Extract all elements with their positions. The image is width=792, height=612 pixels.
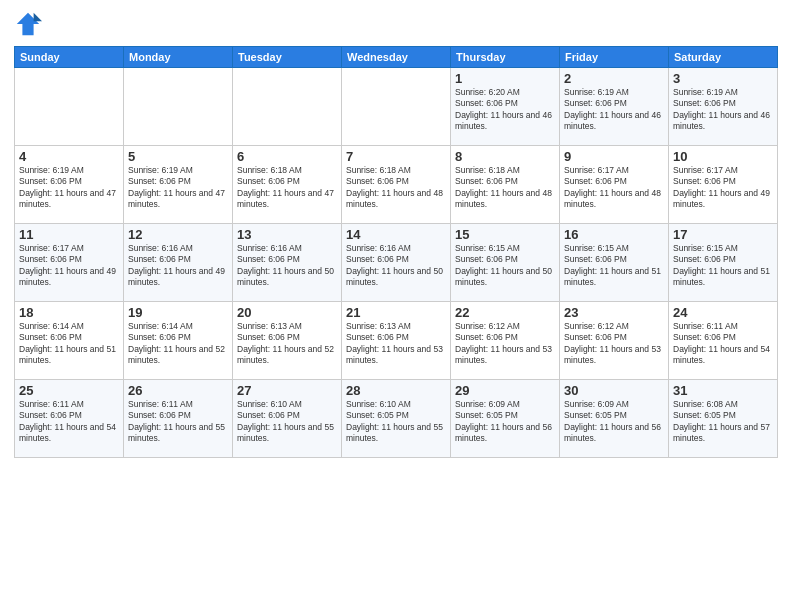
day-info: Sunrise: 6:10 AM Sunset: 6:06 PM Dayligh… [237, 399, 337, 445]
calendar-cell: 26Sunrise: 6:11 AM Sunset: 6:06 PM Dayli… [124, 380, 233, 458]
calendar-cell: 13Sunrise: 6:16 AM Sunset: 6:06 PM Dayli… [233, 224, 342, 302]
day-number: 16 [564, 227, 664, 242]
day-number: 31 [673, 383, 773, 398]
day-info: Sunrise: 6:11 AM Sunset: 6:06 PM Dayligh… [673, 321, 773, 367]
calendar-cell: 2Sunrise: 6:19 AM Sunset: 6:06 PM Daylig… [560, 68, 669, 146]
day-info: Sunrise: 6:09 AM Sunset: 6:05 PM Dayligh… [564, 399, 664, 445]
calendar-cell [124, 68, 233, 146]
calendar-cell: 18Sunrise: 6:14 AM Sunset: 6:06 PM Dayli… [15, 302, 124, 380]
day-number: 1 [455, 71, 555, 86]
day-info: Sunrise: 6:15 AM Sunset: 6:06 PM Dayligh… [673, 243, 773, 289]
day-number: 28 [346, 383, 446, 398]
calendar-cell: 8Sunrise: 6:18 AM Sunset: 6:06 PM Daylig… [451, 146, 560, 224]
weekday-header-sunday: Sunday [15, 47, 124, 68]
calendar-cell: 31Sunrise: 6:08 AM Sunset: 6:05 PM Dayli… [669, 380, 778, 458]
day-info: Sunrise: 6:11 AM Sunset: 6:06 PM Dayligh… [19, 399, 119, 445]
weekday-header-tuesday: Tuesday [233, 47, 342, 68]
calendar-cell: 23Sunrise: 6:12 AM Sunset: 6:06 PM Dayli… [560, 302, 669, 380]
calendar-table: SundayMondayTuesdayWednesdayThursdayFrid… [14, 46, 778, 458]
day-number: 8 [455, 149, 555, 164]
day-number: 27 [237, 383, 337, 398]
calendar-cell: 30Sunrise: 6:09 AM Sunset: 6:05 PM Dayli… [560, 380, 669, 458]
calendar-cell: 16Sunrise: 6:15 AM Sunset: 6:06 PM Dayli… [560, 224, 669, 302]
calendar-cell: 4Sunrise: 6:19 AM Sunset: 6:06 PM Daylig… [15, 146, 124, 224]
calendar-week-5: 25Sunrise: 6:11 AM Sunset: 6:06 PM Dayli… [15, 380, 778, 458]
day-number: 6 [237, 149, 337, 164]
day-info: Sunrise: 6:16 AM Sunset: 6:06 PM Dayligh… [128, 243, 228, 289]
day-info: Sunrise: 6:13 AM Sunset: 6:06 PM Dayligh… [237, 321, 337, 367]
weekday-row: SundayMondayTuesdayWednesdayThursdayFrid… [15, 47, 778, 68]
page-header [14, 10, 778, 38]
calendar-week-2: 4Sunrise: 6:19 AM Sunset: 6:06 PM Daylig… [15, 146, 778, 224]
calendar-cell: 24Sunrise: 6:11 AM Sunset: 6:06 PM Dayli… [669, 302, 778, 380]
logo [14, 10, 46, 38]
calendar-cell: 9Sunrise: 6:17 AM Sunset: 6:06 PM Daylig… [560, 146, 669, 224]
weekday-header-monday: Monday [124, 47, 233, 68]
weekday-header-wednesday: Wednesday [342, 47, 451, 68]
calendar-cell: 6Sunrise: 6:18 AM Sunset: 6:06 PM Daylig… [233, 146, 342, 224]
calendar-week-1: 1Sunrise: 6:20 AM Sunset: 6:06 PM Daylig… [15, 68, 778, 146]
day-number: 25 [19, 383, 119, 398]
day-info: Sunrise: 6:09 AM Sunset: 6:05 PM Dayligh… [455, 399, 555, 445]
calendar-cell: 25Sunrise: 6:11 AM Sunset: 6:06 PM Dayli… [15, 380, 124, 458]
day-number: 13 [237, 227, 337, 242]
day-number: 3 [673, 71, 773, 86]
day-number: 15 [455, 227, 555, 242]
day-number: 18 [19, 305, 119, 320]
calendar-cell: 12Sunrise: 6:16 AM Sunset: 6:06 PM Dayli… [124, 224, 233, 302]
weekday-header-friday: Friday [560, 47, 669, 68]
weekday-header-thursday: Thursday [451, 47, 560, 68]
day-info: Sunrise: 6:18 AM Sunset: 6:06 PM Dayligh… [346, 165, 446, 211]
calendar-cell: 19Sunrise: 6:14 AM Sunset: 6:06 PM Dayli… [124, 302, 233, 380]
day-info: Sunrise: 6:19 AM Sunset: 6:06 PM Dayligh… [673, 87, 773, 133]
day-info: Sunrise: 6:17 AM Sunset: 6:06 PM Dayligh… [673, 165, 773, 211]
calendar-week-3: 11Sunrise: 6:17 AM Sunset: 6:06 PM Dayli… [15, 224, 778, 302]
day-info: Sunrise: 6:10 AM Sunset: 6:05 PM Dayligh… [346, 399, 446, 445]
calendar-cell: 15Sunrise: 6:15 AM Sunset: 6:06 PM Dayli… [451, 224, 560, 302]
calendar-week-4: 18Sunrise: 6:14 AM Sunset: 6:06 PM Dayli… [15, 302, 778, 380]
day-info: Sunrise: 6:17 AM Sunset: 6:06 PM Dayligh… [19, 243, 119, 289]
day-info: Sunrise: 6:14 AM Sunset: 6:06 PM Dayligh… [19, 321, 119, 367]
calendar-cell [342, 68, 451, 146]
page-container: SundayMondayTuesdayWednesdayThursdayFrid… [0, 0, 792, 466]
day-info: Sunrise: 6:08 AM Sunset: 6:05 PM Dayligh… [673, 399, 773, 445]
calendar-cell: 20Sunrise: 6:13 AM Sunset: 6:06 PM Dayli… [233, 302, 342, 380]
day-number: 4 [19, 149, 119, 164]
calendar-cell: 7Sunrise: 6:18 AM Sunset: 6:06 PM Daylig… [342, 146, 451, 224]
day-info: Sunrise: 6:13 AM Sunset: 6:06 PM Dayligh… [346, 321, 446, 367]
day-number: 20 [237, 305, 337, 320]
calendar-cell: 3Sunrise: 6:19 AM Sunset: 6:06 PM Daylig… [669, 68, 778, 146]
day-number: 2 [564, 71, 664, 86]
day-number: 11 [19, 227, 119, 242]
calendar-body: 1Sunrise: 6:20 AM Sunset: 6:06 PM Daylig… [15, 68, 778, 458]
day-number: 30 [564, 383, 664, 398]
day-number: 7 [346, 149, 446, 164]
day-info: Sunrise: 6:15 AM Sunset: 6:06 PM Dayligh… [455, 243, 555, 289]
day-number: 24 [673, 305, 773, 320]
day-info: Sunrise: 6:16 AM Sunset: 6:06 PM Dayligh… [346, 243, 446, 289]
logo-icon [14, 10, 42, 38]
day-info: Sunrise: 6:11 AM Sunset: 6:06 PM Dayligh… [128, 399, 228, 445]
day-info: Sunrise: 6:19 AM Sunset: 6:06 PM Dayligh… [564, 87, 664, 133]
calendar-cell [15, 68, 124, 146]
day-number: 22 [455, 305, 555, 320]
day-number: 17 [673, 227, 773, 242]
day-number: 14 [346, 227, 446, 242]
calendar-cell: 28Sunrise: 6:10 AM Sunset: 6:05 PM Dayli… [342, 380, 451, 458]
calendar-cell: 5Sunrise: 6:19 AM Sunset: 6:06 PM Daylig… [124, 146, 233, 224]
day-number: 12 [128, 227, 228, 242]
day-number: 19 [128, 305, 228, 320]
calendar-cell: 22Sunrise: 6:12 AM Sunset: 6:06 PM Dayli… [451, 302, 560, 380]
day-number: 23 [564, 305, 664, 320]
calendar-cell: 29Sunrise: 6:09 AM Sunset: 6:05 PM Dayli… [451, 380, 560, 458]
day-info: Sunrise: 6:12 AM Sunset: 6:06 PM Dayligh… [564, 321, 664, 367]
calendar-cell: 11Sunrise: 6:17 AM Sunset: 6:06 PM Dayli… [15, 224, 124, 302]
calendar-cell: 21Sunrise: 6:13 AM Sunset: 6:06 PM Dayli… [342, 302, 451, 380]
calendar-cell [233, 68, 342, 146]
calendar-cell: 14Sunrise: 6:16 AM Sunset: 6:06 PM Dayli… [342, 224, 451, 302]
day-number: 5 [128, 149, 228, 164]
day-info: Sunrise: 6:12 AM Sunset: 6:06 PM Dayligh… [455, 321, 555, 367]
day-number: 9 [564, 149, 664, 164]
day-info: Sunrise: 6:14 AM Sunset: 6:06 PM Dayligh… [128, 321, 228, 367]
day-info: Sunrise: 6:18 AM Sunset: 6:06 PM Dayligh… [237, 165, 337, 211]
